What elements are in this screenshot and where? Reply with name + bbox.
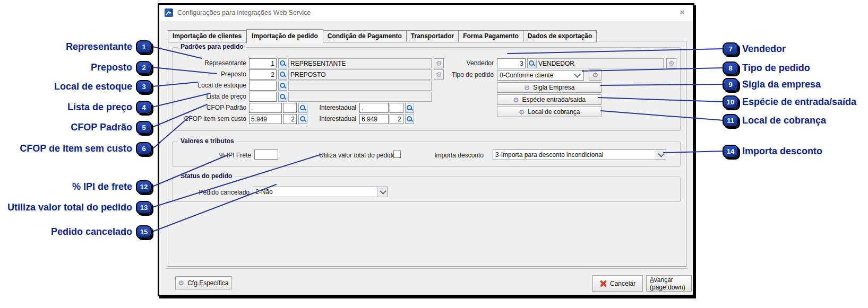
callout-badge: 10 — [723, 95, 738, 109]
ipi-frete-input[interactable] — [254, 149, 278, 160]
callout-cfop-item-sem-custo: CFOP de item sem custo6 — [20, 141, 152, 156]
cfop-padrao-input[interactable] — [249, 103, 282, 113]
vendedor-config-button[interactable]: ⚙ — [666, 58, 676, 68]
preposto-code-input[interactable] — [249, 69, 277, 80]
callout-badge: 14 — [723, 145, 738, 158]
chevron-down-icon — [658, 151, 665, 157]
vendedor-code-input[interactable] — [497, 58, 526, 68]
callout-badge: 4 — [136, 101, 152, 114]
local-estoque-code-input[interactable] — [249, 81, 277, 91]
window-title: Configurações para integrações Web Servi… — [177, 5, 311, 21]
cfop-item-sem-custo-label: CFOP item sem custo — [167, 114, 246, 124]
tab-bar: Importação de clientes Importação de ped… — [168, 29, 597, 42]
gear-icon: ⚙ — [178, 279, 184, 286]
cfop-padrao-seq-input[interactable] — [283, 103, 297, 113]
callout-local-de-cobranca: 11Local de cobrança — [723, 113, 826, 128]
lista-preco-label: Lista de preço — [167, 92, 246, 102]
app-icon — [164, 8, 174, 17]
sigla-empresa-button[interactable]: ⚙Sigla Empresa — [497, 82, 601, 93]
local-cobranca-button[interactable]: ⚙Local de cobrança — [497, 107, 601, 117]
cfop-sem-custo-interestadual-lookup-button[interactable] — [405, 114, 414, 124]
magnifier-icon — [280, 83, 286, 89]
callout-especie-entrada-saida: 10Espécie de entrada/saída — [723, 94, 856, 109]
tab-importacao-clientes[interactable]: Importação de clientes — [168, 30, 246, 42]
callout-badge: 5 — [136, 121, 152, 134]
preposto-desc-field[interactable] — [288, 69, 432, 80]
vendedor-lookup-button[interactable] — [527, 58, 536, 68]
lista-preco-code-input[interactable] — [249, 92, 277, 102]
local-estoque-lookup-button[interactable] — [278, 81, 287, 91]
callout-pedido-cancelado: Pedido cancelado15 — [51, 224, 152, 239]
close-icon[interactable]: × — [677, 7, 687, 18]
representante-desc-field[interactable] — [288, 58, 432, 68]
utiliza-valor-total-checkbox[interactable] — [393, 151, 401, 158]
combo-dropdown-button[interactable] — [656, 150, 666, 160]
magnifier-icon — [280, 72, 286, 77]
callout-tipo-de-pedido: 8Tipo de pedido — [723, 60, 810, 75]
preposto-label: Preposto — [167, 69, 246, 80]
tipo-pedido-select[interactable]: 0-Conforme cliente — [497, 70, 584, 81]
cfop-sem-custo-input[interactable] — [249, 114, 282, 124]
pedido-cancelado-label: Pedido cancelado — [175, 188, 250, 198]
magnifier-icon — [300, 105, 306, 111]
magnifier-icon — [280, 94, 286, 100]
representante-code-input[interactable] — [249, 58, 277, 68]
cfop-padrao-interestadual-input[interactable] — [359, 103, 389, 113]
tab-forma-pagamento[interactable]: Forma Pagamento — [459, 30, 523, 42]
group-title: Padrões para pedido — [178, 43, 246, 50]
cfop-sem-custo-interestadual-label: Interestadual — [316, 114, 356, 124]
tab-importacao-pedido[interactable]: Importação de pedido — [246, 29, 323, 43]
cfop-padrao-interestadual-lookup-button[interactable] — [405, 103, 414, 113]
cfop-sem-custo-lookup-button[interactable] — [298, 114, 307, 124]
cfop-sem-custo-seq-input[interactable] — [283, 114, 297, 124]
pedido-cancelado-select[interactable]: 2-Não — [253, 187, 388, 197]
cfop-padrao-interestadual-seq-input[interactable] — [390, 103, 403, 113]
tab-dados-exportacao[interactable]: Dados de exportação — [523, 30, 597, 42]
callout-sigla-da-empresa: 9Sigla da empresa — [723, 77, 821, 92]
local-estoque-desc-field[interactable] — [288, 81, 432, 91]
callout-preposto: Preposto2 — [91, 60, 152, 75]
tab-transportador[interactable]: Transportador — [407, 30, 459, 42]
callout-ipi-de-frete: % IPI de frete12 — [72, 179, 152, 194]
callout-badge: 1 — [136, 40, 152, 54]
callout-badge: 11 — [723, 114, 738, 127]
callout-badge: 3 — [136, 80, 152, 93]
vendedor-desc-field[interactable] — [536, 58, 664, 68]
importa-desconto-select[interactable]: 3-Importa para desconto incondicional — [493, 149, 666, 160]
cfop-sem-custo-interestadual-input[interactable] — [359, 114, 389, 124]
gear-icon: ⚙ — [513, 96, 519, 103]
callout-badge: 15 — [136, 225, 152, 239]
cfop-sem-custo-interestadual-seq-input[interactable] — [390, 114, 403, 124]
magnifier-icon — [529, 60, 535, 66]
tab-condicao-pagamento[interactable]: Condição de Pagamento — [323, 30, 407, 42]
cancel-button[interactable]: Cancelar — [592, 275, 643, 292]
callout-vendedor: 7Vendedor — [723, 41, 786, 56]
representante-lookup-button[interactable] — [278, 58, 287, 68]
cfop-padrao-lookup-button[interactable] — [298, 103, 307, 113]
gear-icon: ⚙ — [668, 60, 675, 67]
callout-badge: 2 — [136, 61, 152, 74]
preposto-lookup-button[interactable] — [278, 69, 287, 80]
callout-badge: 13 — [136, 201, 152, 214]
callout-representante: Representante1 — [66, 39, 152, 54]
callout-local-de-estoque: Local de estoque3 — [54, 79, 152, 94]
dialog-window: Configurações para integrações Web Servi… — [158, 3, 694, 296]
chevron-down-icon — [380, 188, 386, 195]
cfop-padrao-label: CFOP Padrão — [167, 103, 246, 113]
lista-preco-lookup-button[interactable] — [278, 92, 287, 102]
especie-entrada-saida-button[interactable]: ⚙Espécie entrada/saída — [497, 94, 601, 105]
lista-preco-desc-field[interactable] — [288, 92, 432, 102]
cfg-especifica-button[interactable]: ⚙ Cfg.Específica — [175, 276, 231, 289]
combo-dropdown-button[interactable] — [377, 187, 388, 197]
tipo-pedido-config-button[interactable]: ⚙ — [589, 69, 601, 81]
callout-utiliza-valor-total: Utiliza valor total do pedido13 — [7, 200, 152, 215]
ipi-frete-label: % IPI Frete — [181, 151, 251, 161]
screenshot-stage: Configurações para integrações Web Servi… — [0, 0, 868, 308]
gear-icon: ⚙ — [524, 84, 530, 91]
callout-importa-desconto: 14Importa desconto — [723, 144, 822, 159]
utiliza-valor-total-label: Utiliza valor total do pedido — [319, 151, 393, 161]
advance-button[interactable]: Avançar(page down) — [646, 275, 692, 292]
callout-badge: 12 — [136, 180, 152, 193]
callout-badge: 9 — [723, 78, 738, 91]
group-title: Status do pedido — [178, 172, 235, 180]
